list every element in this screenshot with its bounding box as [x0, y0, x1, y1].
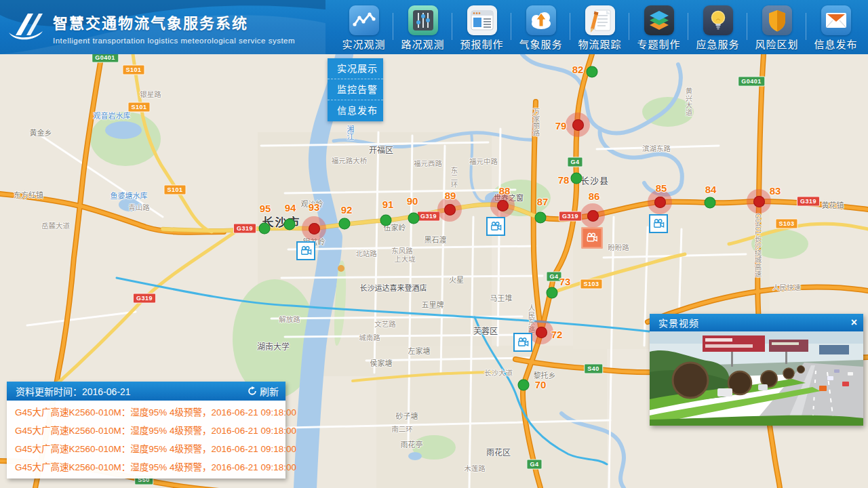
road-badge-S103: S103 [580, 279, 602, 289]
data-update-panel: 资料更新时间：2016-06-21 刷新 G45大广高速K2560-010M：湿… [7, 382, 285, 479]
nav-item-label: 物流跟踪 [570, 37, 629, 51]
nav-item-lightbulb[interactable]: 应急服务 [688, 2, 747, 54]
map-label: 黑石渡 [425, 234, 447, 245]
nav-item-line-chart[interactable]: 实况观测 [334, 2, 393, 54]
dropdown-item-3[interactable]: 信息发布 [328, 100, 383, 121]
road-badge-S40: S40 [584, 364, 603, 374]
nav-item-label: 风险区划 [747, 37, 806, 51]
map-label: 鱼婆塘水库 [111, 190, 148, 201]
map-label: 青山路 [128, 202, 150, 212]
station-marker-83-red[interactable] [747, 189, 771, 214]
station-marker-92-green[interactable] [339, 218, 351, 230]
station-marker-84-green[interactable] [705, 197, 716, 209]
data-update-panel-header: 资料更新时间：2016-06-21 刷新 [7, 382, 285, 401]
warning-row[interactable]: G45大广高速K2560-010M：湿度95% 4级预警，2016-06-21 … [7, 422, 285, 440]
dropdown-item-1[interactable]: 实况展示 [328, 58, 383, 79]
road-badge-G0401: G0401 [738, 77, 765, 87]
nav-item-layers[interactable]: 专题制作 [629, 2, 688, 54]
map-label: 福元中路 [469, 156, 498, 166]
station-marker-94-green[interactable] [284, 219, 296, 230]
station-marker-90-green[interactable] [408, 213, 420, 224]
map-label: 黄金乡 [30, 127, 52, 138]
station-marker-78-green[interactable] [571, 173, 583, 184]
warning-row[interactable]: G45大广高速K2560-010M：湿度95% 4级预警，2016-06-21 … [7, 403, 285, 422]
map-label: 侯家塘 [370, 357, 393, 368]
map-label: 左家塘 [408, 345, 431, 356]
video-camera-icon-blue[interactable] [486, 217, 505, 236]
station-number-label: 88 [499, 185, 511, 197]
map-label: 马王堆 [490, 292, 513, 303]
nav-item-label: 预报制作 [452, 37, 511, 51]
map-canvas[interactable]: 长沙市长沙县开福区芙蓉区雨花区湖南大学观音岩水库鱼婆塘水库湘江黄金乡东方红镇世界… [0, 54, 868, 488]
warning-row[interactable]: G45大广高速K2560-010M：湿度95% 4级预警，2016-06-21 … [7, 458, 285, 476]
video-camera-icon-blue[interactable] [513, 333, 532, 352]
alert-dot-core [536, 327, 547, 338]
station-marker-72-red[interactable] [529, 320, 553, 344]
station-number-label: 73 [559, 276, 571, 287]
station-number-label: 90 [407, 195, 418, 207]
nav-item-mail[interactable]: 信息发布 [806, 2, 865, 54]
station-marker-91-green[interactable] [380, 215, 392, 226]
map-label: 东方红镇 [14, 189, 43, 200]
station-marker-73-green[interactable] [547, 287, 558, 299]
station-number-label: 87 [537, 196, 549, 207]
top-header: 智慧交通物流气象服务系统 Intelligent transportation … [0, 0, 868, 54]
station-marker-87-green[interactable] [535, 212, 547, 224]
station-number-label: 93 [309, 201, 320, 213]
map-label: 雨花亭 [401, 439, 423, 449]
live-video-frame[interactable] [650, 331, 863, 426]
dropdown-item-2[interactable]: 监控告警 [328, 79, 383, 100]
map-label: 长沙大道 [484, 367, 513, 378]
video-camera-icon-blue[interactable] [296, 241, 315, 260]
road-badge-S101: S101 [163, 185, 186, 195]
map-label: 文艺路 [374, 319, 396, 329]
nav-item-label: 专题制作 [629, 37, 688, 51]
map-label: 盼盼路 [608, 242, 629, 252]
live-observation-dropdown: 实况展示监控告警信息发布 [328, 58, 383, 121]
cloud-upload-icon [526, 5, 556, 35]
map-label: 岳麓大道 [41, 220, 70, 230]
station-number-label: 95 [260, 203, 271, 214]
nav-item-cloud-upload[interactable]: 气象服务 [511, 2, 570, 54]
station-marker-82-green[interactable] [587, 66, 598, 78]
map-label: 观音岩水库 [94, 110, 131, 121]
title-block: 智慧交通物流气象服务系统 Intelligent transportation … [53, 11, 295, 45]
refresh-button[interactable]: 刷新 [248, 384, 279, 398]
close-icon[interactable]: × [851, 317, 857, 328]
station-number-label: 85 [656, 182, 667, 194]
update-time-title: 资料更新时间：2016-06-21 [16, 384, 248, 398]
app: 长沙市长沙县开福区芙蓉区雨花区湖南大学观音岩水库鱼婆塘水库湘江黄金乡东方红镇世界… [0, 0, 868, 488]
alert-dot-core [587, 210, 599, 222]
video-camera-icon-orange[interactable] [582, 228, 603, 249]
map-label: 南二环 [391, 424, 413, 434]
warning-list: G45大广高速K2560-010M：湿度95% 4级预警，2016-06-21 … [7, 401, 285, 476]
road-badge-G319: G319 [133, 293, 156, 304]
alert-dot-core [444, 204, 456, 216]
road-badge-G4: G4 [526, 460, 542, 470]
station-marker-86-red[interactable] [580, 203, 605, 228]
nav-item-sliders[interactable]: 路况观测 [393, 2, 452, 54]
road-badge-G4: G4 [567, 157, 583, 167]
video-camera-icon-blue[interactable] [649, 214, 668, 233]
live-video-title: 实景视频 [658, 316, 851, 329]
map-label: 砂子塘 [396, 410, 418, 421]
station-marker-88-red[interactable] [490, 193, 515, 218]
station-marker-93-red[interactable] [302, 216, 326, 241]
map-label: 长沙县 [580, 174, 609, 186]
map-label: 长沙运达喜来登酒店 [360, 282, 427, 293]
station-marker-95-green[interactable] [259, 223, 271, 235]
alert-dot-core [497, 200, 509, 211]
note-pencil-icon [585, 5, 615, 35]
map-label: 福元西路 [414, 158, 442, 168]
map-label: 芙蓉区 [473, 325, 498, 336]
nav-item-label: 路况观测 [393, 37, 452, 51]
nav-item-shield[interactable]: 风险区划 [747, 2, 806, 54]
nav-item-note-pencil[interactable]: 物流跟踪 [570, 2, 629, 54]
lightbulb-icon [703, 5, 733, 35]
station-marker-79-red[interactable] [566, 113, 590, 137]
nav-item-browser-doc[interactable]: 预报制作 [452, 2, 511, 54]
warning-row[interactable]: G45大广高速K2560-010M：湿度95% 4级预警，2016-06-21 … [7, 440, 285, 458]
map-label: 火星 [449, 274, 464, 285]
map-label: 人民快速 [772, 282, 801, 292]
station-marker-70-green[interactable] [518, 380, 530, 391]
